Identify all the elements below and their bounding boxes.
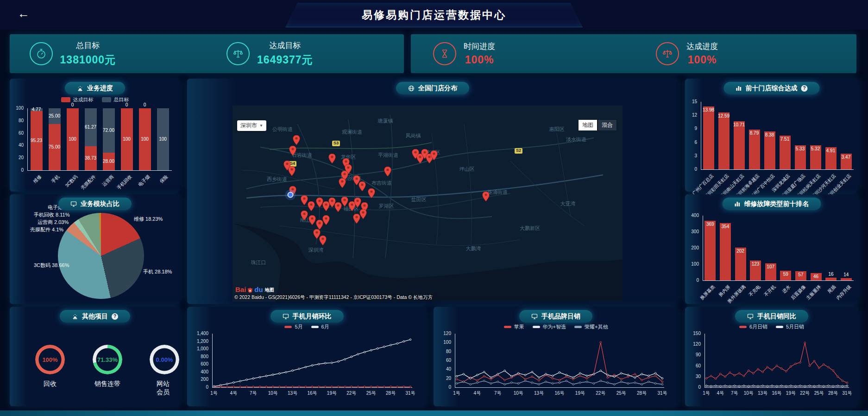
- map-pin[interactable]: [359, 181, 366, 191]
- legend-label: 苹果: [514, 323, 524, 330]
- y-tick: 0: [10, 168, 24, 173]
- y-tick: 600: [187, 361, 208, 366]
- map-pin[interactable]: [431, 150, 438, 160]
- map-pin[interactable]: [323, 215, 330, 225]
- legend-item[interactable]: 6月日销: [739, 323, 767, 330]
- map-district-label: 凤岗镇: [406, 132, 421, 139]
- bar-value-label: 57: [798, 272, 803, 277]
- y-tick: 80: [10, 118, 24, 123]
- pie-slice-label: 3C数码 38.66%: [34, 262, 69, 269]
- legend-label: 6月日销: [749, 323, 767, 330]
- y-tick: 1,000: [187, 346, 208, 351]
- map-pin[interactable]: [339, 178, 346, 188]
- panel-title: 业务模块占比: [81, 200, 120, 208]
- legend-item[interactable]: 5月日销: [776, 323, 804, 330]
- y-tick: 40: [10, 143, 24, 148]
- legend-item[interactable]: 6月: [311, 323, 329, 330]
- info-question-icon[interactable]: ?: [801, 85, 808, 92]
- bar-chart-icon: [736, 85, 742, 91]
- pie-slice-label: 手机回收 8.11%: [34, 211, 69, 218]
- map-district-label: 坪山区: [459, 166, 475, 173]
- hourglass-icon: [433, 42, 456, 65]
- x-tick-label: 4号: [230, 390, 238, 397]
- map-pin[interactable]: [293, 135, 300, 145]
- map-pin[interactable]: [368, 188, 375, 198]
- map-pin[interactable]: [301, 211, 308, 220]
- y-tick: 0: [685, 385, 701, 390]
- map-pin[interactable]: [360, 209, 367, 219]
- y-tick: 120: [434, 331, 451, 336]
- map-pin[interactable]: [289, 146, 296, 155]
- x-category-label: 运营商: [101, 174, 115, 188]
- map-pin[interactable]: [483, 192, 490, 201]
- bar: [841, 278, 852, 280]
- map-pin[interactable]: [309, 215, 316, 225]
- chart-legend: 6月日销5月日销: [685, 323, 858, 330]
- legend-item[interactable]: 5月: [284, 323, 302, 330]
- map-pin[interactable]: [316, 198, 323, 207]
- bar-value-label: 3.47: [842, 155, 850, 160]
- x-tick-label: 25号: [616, 390, 626, 397]
- info-question-icon[interactable]: ?: [112, 313, 118, 320]
- legend-item[interactable]: 荣耀+其他: [574, 323, 608, 330]
- x-axis: [701, 169, 854, 170]
- map-pin[interactable]: [289, 166, 296, 176]
- panel-header-top-stores: 前十门店综合达成 ?: [724, 82, 820, 94]
- map-pin[interactable]: [316, 220, 323, 230]
- baidu-map[interactable]: 公明街道观澜街道塘厦镇凤岗镇惠阳区淡水街道石岩街道龙华区平湖街道龙岗区坪山区葵涌…: [233, 106, 623, 302]
- legend-marker: [311, 326, 319, 328]
- kpi-card-progress: 时间进度 100% 达成进度 100%: [411, 34, 856, 73]
- bar-value-label: 107: [767, 264, 774, 269]
- stopwatch-icon: [30, 42, 53, 65]
- series-line: [214, 340, 410, 386]
- legend-label: 5月: [295, 323, 302, 330]
- monitor-icon: [283, 313, 289, 320]
- y-tick: 60: [434, 358, 451, 363]
- legend-item[interactable]: 苹果: [504, 323, 524, 330]
- series-line: [457, 342, 662, 382]
- map-type-hybrid-button[interactable]: 混合: [598, 119, 617, 131]
- pie-slice-label: 壳膜配件 4.1%: [30, 226, 63, 233]
- map-district-label: 塘厦镇: [378, 118, 393, 124]
- x-tick-label: 7号: [250, 390, 257, 397]
- bar-value-label: 4.77: [32, 107, 41, 112]
- map-pin[interactable]: [384, 167, 391, 176]
- panel-header-business-progress: 业务进度: [65, 82, 125, 94]
- back-arrow-icon[interactable]: ←: [18, 7, 30, 19]
- x-tick-label: 25号: [366, 390, 376, 397]
- legend-item[interactable]: 达成目标: [61, 96, 94, 103]
- page-title-box: 易修易购门店运营数据中心: [285, 3, 583, 27]
- x-tick-label: 19号: [786, 390, 796, 397]
- y-tick: 200: [685, 245, 699, 250]
- x-axis: [27, 170, 172, 171]
- map-overlay: 公明街道观澜街道塘厦镇凤岗镇惠阳区淡水街道石岩街道龙华区平湖街道龙岗区坪山区葵涌…: [233, 106, 623, 302]
- business-progress-chart: 达成目标总目标02040608010095.234.77维修75.0025.00…: [10, 79, 180, 192]
- map-pin[interactable]: [329, 154, 336, 163]
- x-category-label: 进水: [781, 284, 792, 295]
- map-pin[interactable]: [320, 236, 327, 245]
- top-stores-chart: 0369121513.98广州广百总店12.59深圳彩田天虹店10.71深圳南山…: [685, 79, 858, 192]
- x-tick-label: 10号: [744, 390, 754, 397]
- x-tick-label: 19号: [575, 390, 585, 397]
- ring-label: 销售连带: [94, 380, 120, 388]
- scale-icon: [226, 42, 250, 65]
- map-pin[interactable]: [341, 197, 348, 206]
- map-pin[interactable]: [353, 214, 360, 224]
- x-tick-label: 28号: [386, 390, 396, 397]
- legend-item[interactable]: 华为+智选: [533, 323, 566, 330]
- pie[interactable]: [58, 213, 144, 299]
- panel-repair-faults: 维修故障类型前十排名 0100200300400369换屏幕类354换内屏202…: [685, 194, 858, 304]
- map-type-map-button[interactable]: 地图: [578, 119, 598, 131]
- map-pin[interactable]: [301, 195, 308, 205]
- legend-item[interactable]: 总目标: [102, 96, 129, 103]
- map-pin[interactable]: [335, 202, 342, 212]
- x-tick-label: 10号: [268, 390, 278, 397]
- y-tick: 3: [685, 153, 697, 158]
- legend-label: 华为+智选: [543, 323, 566, 330]
- map-pin[interactable]: [354, 198, 361, 207]
- map-pin[interactable]: [308, 201, 315, 211]
- city-selector[interactable]: 深圳市 ▼: [237, 120, 266, 131]
- panel-header-repair-faults: 维修故障类型前十排名: [723, 198, 821, 210]
- ring-value: 71.33%: [97, 356, 118, 363]
- legend-marker: [284, 326, 292, 328]
